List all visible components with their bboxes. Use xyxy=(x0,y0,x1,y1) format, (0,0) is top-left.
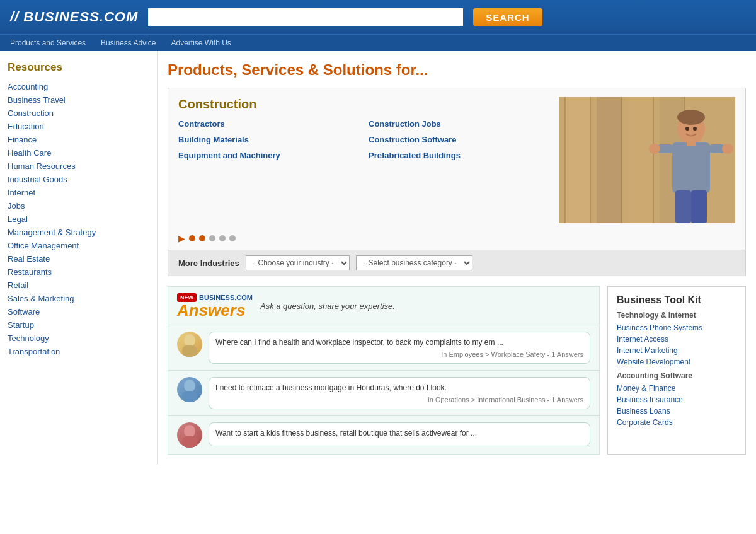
nav-advertise[interactable]: Advertise With Us xyxy=(171,38,231,47)
carousel-dot-5[interactable] xyxy=(229,235,236,241)
content-area: Products, Services & Solutions for... Co… xyxy=(158,51,756,465)
answer-text-2: I need to refinace a business mortgage i… xyxy=(215,383,583,393)
answer-bubble-2: I need to refinace a business mortgage i… xyxy=(209,377,590,409)
sidebar-item-sales-marketing[interactable]: Sales & Marketing xyxy=(8,292,149,305)
featured-box: Construction Contractors Building Materi… xyxy=(168,88,746,276)
featured-links: Contractors Building Materials Equipment… xyxy=(178,119,559,166)
sidebar-item-construction[interactable]: Construction xyxy=(8,107,149,120)
sidebar: Resources Accounting Business Travel Con… xyxy=(0,51,158,465)
svg-point-20 xyxy=(685,127,689,131)
featured-col-left: Contractors Building Materials Equipment… xyxy=(178,119,369,166)
answers-section: NEW BUSINESS.COM Answers Ask a question,… xyxy=(168,286,600,455)
toolkit-link-internet-marketing[interactable]: Internet Marketing xyxy=(617,345,736,356)
search-bar xyxy=(148,8,463,26)
sidebar-item-office-management[interactable]: Office Management xyxy=(8,239,149,252)
featured-content: Construction Contractors Building Materi… xyxy=(168,88,745,229)
sidebar-item-finance[interactable]: Finance xyxy=(8,133,149,146)
sidebar-item-transportation[interactable]: Transportation xyxy=(8,345,149,358)
answer-meta-2: In Operations > International Business -… xyxy=(215,396,583,403)
sidebar-item-industrial-goods[interactable]: Industrial Goods xyxy=(8,173,149,186)
svg-rect-18 xyxy=(691,190,707,223)
sidebar-item-education[interactable]: Education xyxy=(8,120,149,133)
toolkit-link-money-finance[interactable]: Money & Finance xyxy=(617,383,736,394)
answer-item-2: I need to refinace a business mortgage i… xyxy=(168,370,599,415)
svg-point-21 xyxy=(693,127,697,131)
svg-rect-23 xyxy=(182,345,197,357)
toolkit-link-internet-access[interactable]: Internet Access xyxy=(617,334,736,345)
search-input[interactable] xyxy=(148,8,463,26)
toolkit-link-business-loans[interactable]: Business Loans xyxy=(617,405,736,417)
category-select[interactable]: · Select business category · xyxy=(356,255,472,270)
sidebar-item-retail[interactable]: Retail xyxy=(8,279,149,292)
svg-point-15 xyxy=(649,144,660,154)
toolkit-title: Business Tool Kit xyxy=(617,294,736,306)
sidebar-item-health-care[interactable]: Health Care xyxy=(8,146,149,160)
carousel-dot-4[interactable] xyxy=(219,235,226,241)
svg-point-24 xyxy=(184,380,195,392)
answer-item-3: Want to start a kids fitness business, r… xyxy=(168,415,599,454)
sidebar-item-internet[interactable]: Internet xyxy=(8,186,149,199)
featured-link-prefabricated[interactable]: Prefabricated Buildings xyxy=(369,151,559,160)
sidebar-item-management[interactable]: Management & Strategy xyxy=(8,226,149,239)
toolkit-section: Business Tool Kit Technology & Internet … xyxy=(607,286,746,455)
sidebar-title: Resources xyxy=(8,61,149,74)
sidebar-item-technology[interactable]: Technology xyxy=(8,332,149,345)
carousel-dot-1[interactable] xyxy=(189,235,195,241)
answer-meta-1: In Employees > Workplace Safety - 1 Answ… xyxy=(215,351,583,358)
featured-link-building-materials[interactable]: Building Materials xyxy=(178,135,369,144)
answers-header: NEW BUSINESS.COM Answers Ask a question,… xyxy=(168,287,599,325)
svg-point-22 xyxy=(184,334,195,347)
nav-products[interactable]: Products and Services xyxy=(10,38,86,47)
sidebar-item-startup[interactable]: Startup xyxy=(8,318,149,332)
answer-bubble-3: Want to start a kids fitness business, r… xyxy=(209,422,590,447)
sidebar-item-jobs[interactable]: Jobs xyxy=(8,199,149,212)
svg-rect-17 xyxy=(675,190,691,223)
sidebar-item-real-estate[interactable]: Real Estate xyxy=(8,252,149,265)
svg-rect-25 xyxy=(182,391,197,402)
toolkit-category-1: Technology & Internet xyxy=(617,311,736,320)
svg-rect-2 xyxy=(597,97,622,223)
carousel-dot-2[interactable] xyxy=(199,235,205,241)
featured-link-contractors[interactable]: Contractors xyxy=(178,119,369,129)
toolkit-link-phone-systems[interactable]: Business Phone Systems xyxy=(617,322,736,334)
featured-text: Construction Contractors Building Materi… xyxy=(178,97,559,223)
svg-point-16 xyxy=(722,144,733,154)
avatar-2 xyxy=(177,377,202,402)
sidebar-item-business-travel[interactable]: Business Travel xyxy=(8,93,149,107)
featured-title: Construction xyxy=(178,97,559,112)
toolkit-link-corporate-cards[interactable]: Corporate Cards xyxy=(617,417,736,428)
avatar-1 xyxy=(177,332,202,357)
answers-big-text: Answers xyxy=(177,302,245,318)
answer-item-1: Where can I find a health and workplace … xyxy=(168,325,599,370)
answer-text-1: Where can I find a health and workplace … xyxy=(215,337,583,348)
svg-rect-1 xyxy=(565,97,590,223)
nav-bar: Products and Services Business Advice Ad… xyxy=(0,34,756,51)
page-headline: Products, Services & Solutions for... xyxy=(168,61,746,79)
search-button[interactable]: SEARCH xyxy=(473,8,542,26)
carousel-prev-arrow[interactable]: ▶ xyxy=(178,233,185,243)
featured-col-right: Construction Jobs Construction Software … xyxy=(369,119,559,166)
site-logo: // BUSINESS.COM xyxy=(10,9,138,25)
sidebar-item-legal[interactable]: Legal xyxy=(8,212,149,226)
more-industries-label: More Industries xyxy=(178,258,239,268)
toolkit-link-website-dev[interactable]: Website Development xyxy=(617,356,736,368)
sidebar-item-software[interactable]: Software xyxy=(8,305,149,318)
answer-text-3: Want to start a kids fitness business, r… xyxy=(215,428,583,439)
sidebar-item-restaurants[interactable]: Restaurants xyxy=(8,265,149,279)
more-industries-bar: More Industries · Choose your industry ·… xyxy=(168,250,745,276)
sidebar-item-human-resources[interactable]: Human Resources xyxy=(8,160,149,173)
svg-rect-12 xyxy=(672,142,710,193)
carousel-dot-3[interactable] xyxy=(209,235,215,241)
nav-advice[interactable]: Business Advice xyxy=(101,38,156,47)
featured-link-construction-jobs[interactable]: Construction Jobs xyxy=(369,119,559,129)
sidebar-item-accounting[interactable]: Accounting xyxy=(8,80,149,93)
industry-select[interactable]: · Choose your industry · xyxy=(246,255,350,270)
header: // BUSINESS.COM SEARCH xyxy=(0,0,756,34)
bottom-area: NEW BUSINESS.COM Answers Ask a question,… xyxy=(168,286,746,455)
featured-link-equipment[interactable]: Equipment and Machinery xyxy=(178,151,369,160)
answers-logo: NEW BUSINESS.COM Answers xyxy=(177,293,253,318)
featured-link-construction-software[interactable]: Construction Software xyxy=(369,135,559,144)
toolkit-link-business-insurance[interactable]: Business Insurance xyxy=(617,394,736,405)
featured-image xyxy=(559,97,735,223)
answers-tagline: Ask a question, share your expertise. xyxy=(260,301,395,311)
